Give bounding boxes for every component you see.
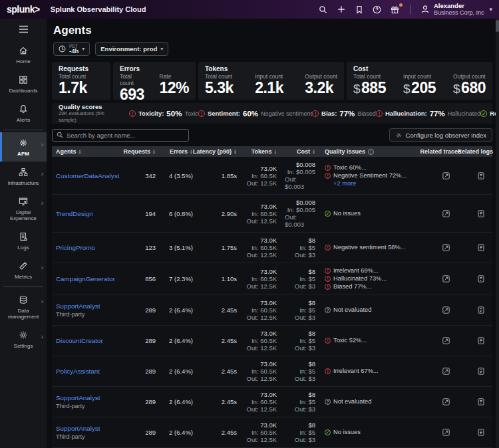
quality-issue-text: Negative Sentiment 72%... [333, 172, 407, 179]
time-picker-button[interactable]: PDT -4h ▾ [53, 42, 90, 56]
quality-issue-text: Biased 77%... [333, 283, 371, 290]
sidebar-item-logs[interactable]: Logs [0, 226, 47, 255]
related-traces-icon[interactable] [442, 244, 450, 251]
sidebar-item-data-management[interactable]: Data management › [0, 289, 47, 324]
scrollbar-thumb[interactable] [496, 20, 499, 32]
agent-cell: CustomerDataAnalyst [52, 157, 124, 194]
related-logs-cell [465, 263, 497, 294]
sidebar-item-digital-experience[interactable]: Digital Experience › [0, 191, 47, 226]
latency-value: 1.10s [222, 275, 237, 282]
agent-cell: CampaignGenerator [52, 263, 124, 294]
requests-card: Requests Total count 1.7k [52, 62, 110, 100]
column-header-agents[interactable]: Agents ▲▼ [52, 148, 124, 155]
more-issues-link[interactable]: +2 more [333, 180, 422, 187]
info-icon[interactable]: i [368, 149, 374, 155]
related-traces-icon[interactable] [442, 368, 450, 375]
agent-subtitle: Third-party [56, 433, 120, 440]
related-logs-icon[interactable] [478, 398, 484, 405]
sort-icon[interactable]: ▲▼ [79, 149, 82, 154]
sidebar-item-metrics[interactable]: Metrics › [0, 255, 47, 284]
sidebar-item-infrastructure[interactable]: Infrastructure › [0, 162, 47, 191]
sort-icon[interactable]: ▲▼ [312, 149, 315, 154]
stat-value: 680 [461, 79, 486, 96]
help-icon[interactable] [373, 5, 382, 14]
cost-total: $8 [308, 360, 315, 368]
tokens-in: In: 60.5K [251, 368, 277, 375]
related-traces-icon[interactable] [442, 306, 450, 314]
requests-value: 289 [145, 337, 156, 344]
column-label: Errors [170, 148, 188, 155]
scrollbar-track[interactable] [496, 19, 499, 448]
quality-issues-cell: Not evaluated [319, 387, 426, 417]
sidebar-item-dashboards[interactable]: Dashboards [0, 69, 47, 98]
marketplace-gift-icon[interactable] [391, 5, 400, 14]
agent-link[interactable]: PricingPromo [56, 244, 120, 251]
add-icon[interactable] [337, 5, 346, 14]
configure-log-observer-button[interactable]: Configure log observer index [389, 128, 492, 142]
table-toolbar: Configure log observer index [52, 128, 492, 142]
latency-cell: 1.85s [197, 157, 241, 194]
sort-icon[interactable]: ▲▼ [152, 149, 156, 154]
quality-scores-bar: Quality scores 20K evaluations (5% sampl… [52, 103, 492, 124]
sort-icon[interactable]: ▲▼ [234, 149, 237, 154]
agent-link[interactable]: CustomerDataAnalyst [56, 172, 120, 179]
related-traces-icon[interactable] [442, 337, 450, 344]
warning-icon [325, 284, 331, 290]
sidebar-item-alerts[interactable]: Alerts [0, 98, 47, 128]
related-logs-icon[interactable] [478, 172, 484, 179]
agent-link[interactable]: SupportAnalyst [56, 302, 120, 310]
chip-suffix: Hallucinated [448, 110, 481, 117]
quality-issue: Irrelevant 69%... [325, 267, 422, 275]
related-logs-icon[interactable] [478, 275, 484, 282]
related-traces-icon[interactable] [442, 429, 450, 436]
sidebar-item-label: Infrastructure [7, 180, 39, 186]
errors-cell: 2 (6.4%) [160, 326, 197, 356]
latency-cell: 2.45s [197, 356, 241, 386]
column-header-cost[interactable]: Cost ▲▼ [281, 148, 319, 155]
requests-cell: 289 [124, 326, 160, 356]
search-input[interactable] [67, 132, 184, 139]
related-traces-cell [426, 263, 465, 294]
environment-filter-button[interactable]: Environment: prod ▾ [95, 42, 168, 56]
cost-in: In: $5 [299, 337, 315, 344]
column-header-errors[interactable]: Errors ▲▼ [160, 148, 197, 155]
cost-cell: $8 In: $5 Out: $3 [281, 417, 319, 447]
bookmark-icon[interactable] [355, 5, 364, 14]
currency-symbol: $ [403, 82, 410, 96]
agent-link[interactable]: CampaignGenerator [56, 275, 120, 282]
related-traces-icon[interactable] [442, 398, 450, 405]
sidebar-item-settings[interactable]: Settings › [0, 324, 47, 354]
sidebar-item-apm[interactable]: APM › [0, 132, 47, 162]
related-traces-icon[interactable] [442, 172, 450, 179]
tokens-total: 73.0K [260, 391, 277, 398]
latency-cell: 2.45s [197, 417, 241, 447]
agent-search-box[interactable] [52, 129, 189, 142]
sidebar-item-home[interactable]: Home [0, 40, 47, 69]
agent-cell: DiscountCreator [52, 326, 124, 356]
user-menu[interactable]: Alexander Business Corp, Inc ▾ [420, 3, 492, 16]
search-icon[interactable] [319, 5, 328, 14]
agent-link[interactable]: SupportAnalyst [56, 425, 120, 432]
menu-toggle-button[interactable] [0, 21, 47, 37]
related-logs-icon[interactable] [478, 306, 484, 314]
sort-desc-icon[interactable]: ↓ [274, 148, 277, 155]
agent-link[interactable]: DiscountCreator [56, 337, 120, 344]
related-traces-icon[interactable] [442, 275, 450, 282]
column-header-latency[interactable]: Latency (p90) ▲▼ [197, 148, 241, 155]
agent-link[interactable]: SupportAnalyst [56, 394, 120, 401]
related-logs-icon[interactable] [478, 210, 484, 217]
latency-value: 2.45s [222, 429, 237, 436]
related-logs-icon[interactable] [478, 337, 484, 344]
related-logs-icon[interactable] [478, 244, 484, 251]
related-logs-icon[interactable] [478, 368, 484, 375]
cost-in: In: $5 [299, 429, 315, 436]
agent-link[interactable]: PolicyAssistant [56, 368, 120, 375]
related-traces-icon[interactable] [442, 210, 450, 217]
card-title: Errors [120, 65, 189, 72]
column-header-tokens[interactable]: Tokens ↓ [241, 148, 281, 155]
related-logs-icon[interactable] [478, 429, 484, 436]
related-traces-cell [426, 295, 465, 325]
agent-link[interactable]: TrendDesign [56, 210, 120, 217]
quality-issue: Not evaluated [325, 306, 422, 314]
column-header-requests[interactable]: Requests ▲▼ [124, 148, 160, 155]
